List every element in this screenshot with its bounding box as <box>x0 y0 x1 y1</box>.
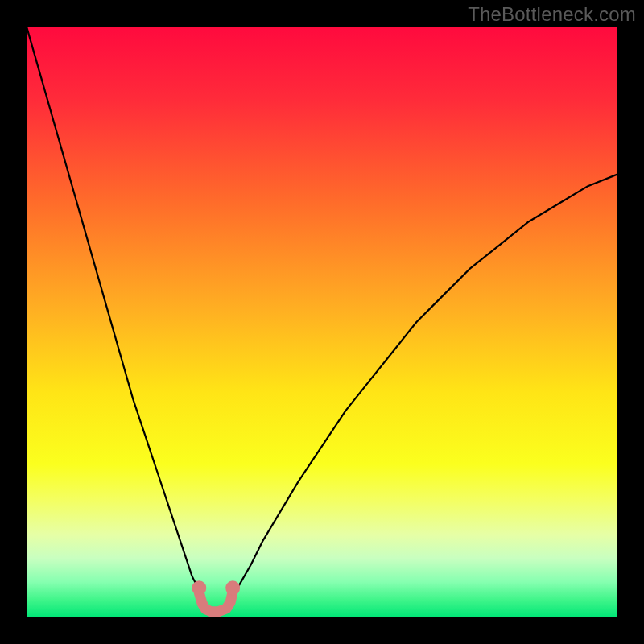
marker-right-endpoint <box>225 580 240 595</box>
bottleneck-plot <box>0 0 644 644</box>
gradient-background <box>27 27 617 617</box>
marker-left-endpoint <box>192 580 206 595</box>
watermark-label: TheBottleneck.com <box>468 3 636 26</box>
chart-container: TheBottleneck.com <box>0 0 644 644</box>
